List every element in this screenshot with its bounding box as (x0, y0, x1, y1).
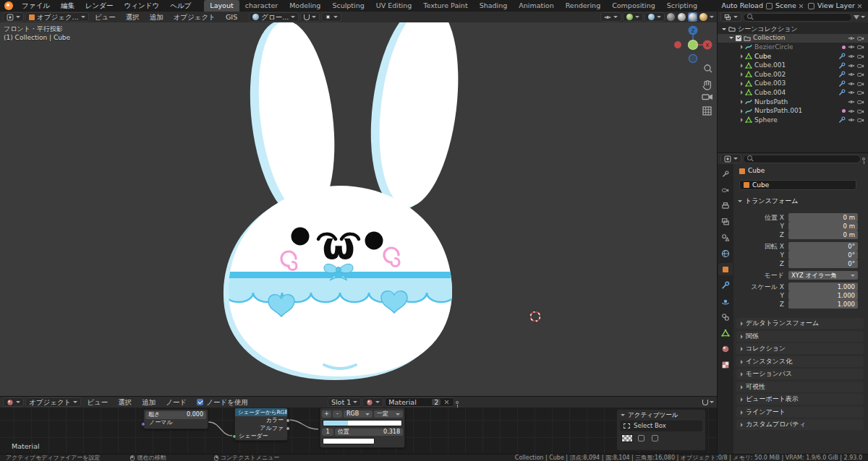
viewport-menu-add[interactable]: 追加 (145, 14, 168, 21)
color-output-socket[interactable] (286, 418, 290, 423)
menu-window[interactable]: ウィンドウ (119, 0, 165, 12)
tab-physics[interactable] (718, 295, 733, 307)
overlays-toggle[interactable] (644, 12, 665, 22)
shading-options-chevron-icon[interactable] (710, 16, 714, 18)
location-y-field[interactable]: 0 m (788, 222, 858, 231)
outliner-row-cube[interactable]: Cube (718, 52, 868, 61)
viewport-3d[interactable]: ω Z (0, 22, 717, 396)
cursor-3d[interactable] (528, 309, 542, 324)
eye-icon[interactable] (848, 116, 855, 124)
outliner-row-nurbspath[interactable]: NurbsPath (718, 98, 868, 107)
expand-icon[interactable] (741, 109, 743, 113)
normal-socket[interactable] (141, 422, 145, 426)
tab-material[interactable] (718, 342, 733, 355)
transform-orientation-dropdown[interactable]: グロー... (249, 12, 299, 22)
viewport-menu-gis[interactable]: GIS (221, 14, 242, 21)
modifier-wrench-icon[interactable] (838, 62, 846, 69)
node-bsdf-partial[interactable]: 粗さ 0.000 ノーマル (143, 409, 208, 429)
modifier-wrench-icon[interactable] (838, 80, 846, 87)
camera-visibility-icon[interactable] (857, 98, 864, 105)
rotation-z-field[interactable]: 0° (788, 259, 858, 268)
mode-dropdown[interactable]: オブジェク... (25, 12, 89, 22)
node-snap-icon[interactable] (702, 400, 708, 405)
location-z-field[interactable]: 0 m (788, 231, 858, 239)
camera-visibility-icon[interactable] (857, 53, 864, 60)
tab-render[interactable] (718, 184, 733, 196)
camera-visibility-icon[interactable] (857, 89, 864, 96)
panel-option-icon[interactable] (638, 435, 644, 441)
shading-wireframe-button[interactable] (666, 12, 676, 22)
tab-texture[interactable] (718, 358, 733, 371)
modifier-wrench-icon[interactable] (838, 71, 846, 78)
expand-icon[interactable] (741, 45, 743, 49)
section-delta-transform[interactable]: デルタトランスフォーム (736, 318, 864, 329)
eye-icon[interactable] (848, 89, 855, 96)
active-stop-index-field[interactable]: 1 (322, 428, 333, 436)
blender-logo-icon[interactable] (4, 1, 13, 10)
material-slot-dropdown[interactable]: Slot 1 (328, 397, 361, 407)
section-motion-paths[interactable]: モーションパス (736, 369, 864, 379)
filter-icon[interactable] (854, 15, 859, 20)
shading-rendered-button[interactable] (699, 12, 708, 22)
ramp-mode-dropdown[interactable]: RGB (344, 410, 373, 418)
color-ramp-gradient[interactable] (323, 420, 402, 426)
use-nodes-toggle[interactable]: ノードを使用 (197, 399, 248, 406)
workspace-tab-uv-editing[interactable]: UV Editing (370, 0, 418, 12)
shader-menu-node[interactable]: ノード (161, 399, 191, 406)
expand-icon[interactable] (741, 100, 743, 104)
alpha-output-socket[interactable] (286, 426, 290, 431)
active-tool-panel-header[interactable]: アクティブツール (617, 410, 705, 420)
shading-material-button[interactable] (688, 12, 697, 22)
eye-icon[interactable] (848, 62, 855, 69)
expand-icon[interactable] (741, 118, 743, 122)
fake-user-icon[interactable] (456, 401, 459, 404)
remove-stop-button[interactable]: - (333, 410, 342, 418)
expand-icon[interactable] (741, 90, 743, 95)
grid-toggle-button[interactable] (703, 107, 711, 115)
workspace-tab-scripting[interactable]: Scripting (661, 0, 703, 12)
camera-visibility-icon[interactable] (857, 108, 864, 115)
gizmo-y-axis[interactable] (689, 40, 698, 50)
material-browse-button[interactable] (362, 397, 383, 407)
menu-render[interactable]: レンダー (80, 0, 119, 12)
section-custom-properties[interactable]: カスタムプロパティ (736, 419, 864, 430)
roughness-slider[interactable]: 粗さ 0.000 (145, 411, 206, 419)
rotation-mode-dropdown[interactable]: XYZ オイラー角 (788, 271, 858, 280)
tab-tool[interactable] (718, 168, 733, 180)
modifier-wrench-icon[interactable] (838, 89, 846, 96)
outliner-row-cube002[interactable]: Cube.002 (718, 70, 868, 79)
pin-icon[interactable] (862, 158, 865, 160)
workspace-tab-shading[interactable]: Shading (474, 0, 514, 12)
rotation-y-field[interactable]: 0° (788, 251, 858, 259)
gizmo-z-negative[interactable] (689, 55, 697, 63)
scale-z-field[interactable]: 1.000 (788, 300, 858, 309)
rotation-x-field[interactable]: 0° (788, 242, 858, 251)
section-collections[interactable]: コレクション (736, 343, 864, 354)
gizmo-toggle[interactable] (623, 12, 643, 22)
unlink-material-icon[interactable] (444, 400, 449, 405)
camera-view-button[interactable] (702, 95, 712, 100)
camera-visibility-icon[interactable] (857, 43, 864, 51)
eye-icon[interactable] (848, 108, 855, 115)
section-line-art[interactable]: ラインアート (736, 407, 864, 418)
expand-icon[interactable] (741, 54, 743, 59)
texture-preview-thumbnail[interactable] (621, 434, 633, 442)
eye-icon[interactable] (848, 80, 855, 87)
scene-selector[interactable]: Scene (775, 2, 796, 9)
workspace-tab-animation[interactable]: Animation (513, 0, 559, 12)
eye-icon[interactable] (848, 98, 855, 105)
outliner-row-scene-collection[interactable]: シーンコレクション (718, 25, 868, 34)
shader-menu-select[interactable]: 選択 (114, 399, 136, 406)
material-users-count[interactable]: 2 (432, 399, 441, 406)
expand-icon[interactable] (741, 72, 743, 77)
expand-icon[interactable] (729, 37, 733, 39)
camera-visibility-icon[interactable] (857, 116, 864, 124)
workspace-tab-rendering[interactable]: Rendering (560, 0, 607, 12)
tab-object-data[interactable] (718, 327, 733, 339)
outliner-row-beziercircle[interactable]: BezierCircle (718, 43, 868, 52)
location-x-field[interactable]: 0 m (788, 213, 858, 222)
ramp-interpolation-dropdown[interactable]: 一定 (374, 410, 403, 418)
chevron-down-icon[interactable] (861, 16, 865, 18)
viewport-menu-select[interactable]: 選択 (122, 14, 144, 21)
gizmo-x-negative[interactable] (674, 41, 681, 48)
